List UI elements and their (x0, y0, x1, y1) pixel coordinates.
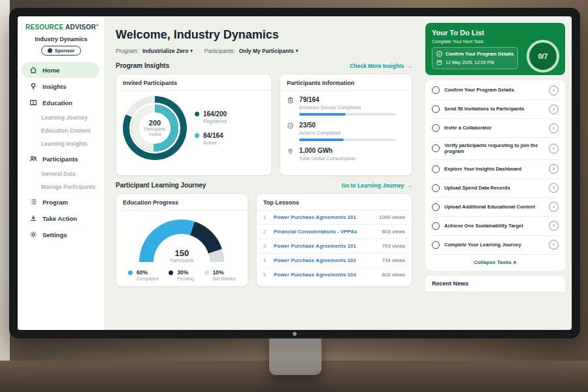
lesson-link[interactable]: Power Purchase Agreements 103 (274, 272, 377, 278)
section-title-program-insights: Program Insights (116, 62, 169, 69)
lesson-views: 793 views (382, 243, 405, 249)
todo-item-label: Complete Your Learning Journey (444, 242, 544, 248)
program-select[interactable]: Industrialize Zero ▾ (142, 48, 193, 54)
calendar-icon (436, 59, 442, 65)
chevron-right-icon[interactable]: › (549, 183, 559, 193)
todo-item[interactable]: Confirm Your Program Details › (431, 81, 559, 100)
todo-item[interactable]: Achieve One Sustainability Target › (431, 217, 559, 236)
participants-select[interactable]: Only My Participants ▾ (239, 48, 299, 54)
todo-item-label: Confirm Your Program Details (444, 87, 544, 93)
todo-item[interactable]: Complete Your Learning Journey › (431, 236, 559, 255)
sidebar-item-learning-journey[interactable]: Learning Journey (18, 111, 105, 124)
sidebar-item-take-action[interactable]: Take Action (22, 210, 99, 226)
sidebar: RESOURCE ADVISOR+ Industry Dynamics Spon… (18, 16, 105, 330)
todo-progress-ring: 0/7 (527, 40, 559, 73)
legend-dot (169, 270, 173, 275)
collapse-label: Collapse Tasks (474, 259, 512, 265)
invited-participants-card: Invited Participants 200 Participants In… (116, 74, 272, 176)
todo-checkbox[interactable] (432, 222, 440, 230)
todo-checkbox[interactable] (432, 144, 440, 152)
todo-next-task: Confirm Your Program Details (446, 51, 514, 57)
todo-checkbox[interactable] (432, 124, 440, 132)
sidebar-item-program[interactable]: Program (22, 194, 99, 210)
todo-item[interactable]: Upload Additional Educational Content › (431, 198, 559, 217)
todo-checkbox[interactable] (432, 241, 440, 249)
sidebar-item-education[interactable]: Education (22, 95, 99, 110)
lesson-link[interactable]: Power Purchase Agreements 102 (274, 257, 377, 263)
checklist-icon (287, 122, 294, 129)
chevron-right-icon[interactable]: › (549, 123, 559, 133)
chevron-right-icon[interactable]: › (549, 164, 559, 174)
chevron-right-icon[interactable]: › (549, 202, 559, 212)
todo-checkbox[interactable] (432, 203, 440, 211)
chevron-right-icon[interactable]: › (549, 240, 559, 250)
home-icon (29, 66, 37, 74)
todo-item-label: Upload Additional Educational Content (444, 204, 544, 210)
todo-item[interactable]: Explore Your Insights Dashboard › (431, 160, 559, 179)
lesson-link[interactable]: Power Purchase Agreements 101 (274, 214, 374, 220)
sponsor-badge[interactable]: Sponsor (41, 46, 81, 56)
lesson-views: 600 views (382, 272, 405, 278)
list-icon (29, 198, 37, 206)
lesson-link[interactable]: Financial Considerations - VPPAs (274, 229, 377, 235)
sidebar-item-learning-insights[interactable]: Learning Insights (18, 137, 105, 150)
todo-checkbox[interactable] (432, 105, 440, 113)
sidebar-subitem-label: Learning Journey (41, 114, 88, 121)
chevron-right-icon[interactable]: › (549, 144, 559, 154)
sidebar-item-participants[interactable]: Participants (22, 151, 99, 167)
donut-ring-inner: 200 Participants Invited (131, 105, 178, 152)
sidebar-item-education-content[interactable]: Education Content (18, 124, 105, 137)
todo-item[interactable]: Send 50 Invitations to Participants › (431, 100, 559, 119)
sidebar-item-label: Home (42, 67, 59, 74)
sidebar-item-insights[interactable]: Insights (22, 78, 99, 94)
legend-dot (128, 270, 133, 275)
todo-progress-count: 0/7 (538, 52, 548, 60)
todo-checkbox[interactable] (432, 184, 440, 192)
sidebar-item-label: Education (42, 99, 73, 106)
lesson-link[interactable]: Power Purchase Agreements 101 (274, 243, 377, 249)
sidebar-item-label: Settings (42, 231, 67, 238)
lesson-row: 3 Power Purchase Agreements 101 793 view… (257, 239, 412, 253)
sidebar-item-home[interactable]: Home (22, 62, 99, 78)
todo-next-task-box[interactable]: Confirm Your Program Details 12 May 2025… (432, 47, 518, 69)
monitor-stand (269, 336, 321, 375)
todo-summary-card: Your To Do List Complete Your Next Task:… (425, 23, 565, 75)
legend-value: 30% (177, 269, 194, 276)
sidebar-item-settings[interactable]: Settings (22, 227, 99, 242)
go-to-learning-journey-link[interactable]: Go to Learning Journey → (342, 182, 412, 189)
lesson-views: 734 views (382, 257, 405, 263)
todo-checkbox[interactable] (432, 86, 440, 94)
chevron-right-icon[interactable]: › (549, 105, 559, 114)
legend-dot (195, 133, 199, 138)
sidebar-item-general-data[interactable]: General Data (18, 167, 105, 180)
participants-icon (29, 155, 37, 163)
survey-icon (287, 97, 294, 104)
check-more-insights-link[interactable]: Check More Insights → (350, 63, 412, 69)
todo-item[interactable]: Invite a Collaborator › (431, 119, 559, 138)
todo-item-label: Achieve One Sustainability Target (444, 223, 544, 229)
lesson-views: 803 views (382, 229, 405, 235)
lesson-rank: 4 (263, 257, 269, 263)
section-title-learning-journey: Participant Learning Journey (116, 182, 206, 189)
brand-logo: RESOURCE ADVISOR+ (18, 23, 105, 34)
lesson-row: 4 Power Purchase Agreements 102 734 view… (257, 253, 412, 268)
todo-checkbox[interactable] (432, 165, 440, 173)
todo-item[interactable]: Upload Spend Data Records › (431, 179, 559, 198)
todo-item[interactable]: Verify participants requesting to join t… (431, 138, 559, 160)
collapse-tasks-link[interactable]: Collapse Tasks ∧ (431, 255, 559, 270)
chevron-right-icon[interactable]: › (549, 86, 559, 95)
monitor: RESOURCE ADVISOR+ Industry Dynamics Spon… (9, 8, 580, 338)
education-gauge-chart: 150 Participants (139, 220, 224, 263)
lesson-row: 1 Power Purchase Agreements 101 1000 vie… (257, 210, 412, 225)
sidebar-item-manage-participants[interactable]: Manage Participants (18, 180, 105, 193)
chevron-right-icon[interactable]: › (549, 221, 559, 231)
todo-next-date: 12 May 2025, 12:00 PM (446, 60, 494, 65)
legend-value: 84/164 (203, 132, 223, 139)
progress-bar (299, 139, 396, 141)
legend-value: 10% (213, 269, 236, 276)
stat-emission-survey: 79/164 Emission Survey Completed (287, 96, 405, 116)
lesson-row: 5 Power Purchase Agreements 103 600 view… (257, 268, 412, 282)
todo-item-label: Send 50 Invitations to Participants (444, 106, 544, 112)
legend-item-completed: 60% Completed (128, 269, 159, 281)
gauge-center-value: 150 (139, 248, 224, 258)
